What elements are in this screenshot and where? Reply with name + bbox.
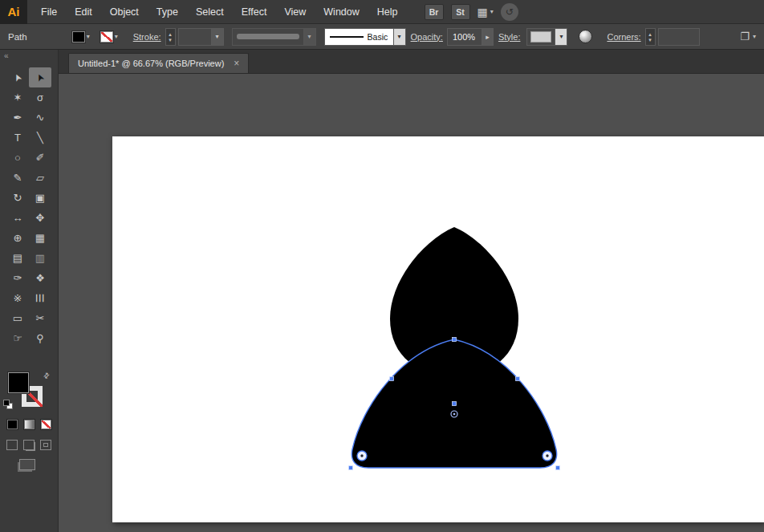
anchor-point[interactable] — [515, 376, 519, 380]
fill-indicator-swatch[interactable] — [8, 372, 29, 393]
color-mode-row — [6, 419, 52, 430]
opacity-label[interactable]: Opacity: — [411, 32, 443, 42]
draw-inside-button[interactable] — [40, 440, 51, 450]
eyedropper-tool[interactable]: ✑ — [6, 268, 29, 288]
menu-window[interactable]: Window — [315, 6, 368, 18]
chevron-down-icon[interactable]: ▾ — [211, 29, 223, 45]
workspace: « ➤➤✶σ✒∿T╲○✐✎▱↻▣↔✥⊕▦▤▥✑❖※☰▭✂☞⚲ ⇄ — [0, 50, 764, 532]
anchor-point[interactable] — [389, 376, 393, 380]
scale-tool[interactable]: ▣ — [29, 188, 51, 208]
pen-tool[interactable]: ✒ — [6, 108, 29, 128]
gradient-button[interactable] — [23, 419, 35, 430]
corners-stepper[interactable]: ▴ ▾ — [645, 28, 656, 46]
app-logo[interactable]: Ai — [0, 0, 27, 24]
chevron-down-icon[interactable]: ▾ — [753, 33, 756, 40]
fill-color-swatch[interactable] — [72, 31, 85, 43]
pencil-tool[interactable]: ✎ — [6, 168, 29, 188]
chevron-down-icon[interactable]: ▾ — [393, 29, 405, 45]
menu-select[interactable]: Select — [187, 6, 233, 18]
spinner-down-icon[interactable]: ▾ — [648, 37, 652, 43]
menu-view[interactable]: View — [275, 6, 315, 18]
symbol-sprayer-tool[interactable]: ※ — [6, 288, 29, 308]
canvas-area[interactable] — [59, 74, 764, 532]
stock-button[interactable]: St — [451, 4, 470, 20]
draw-normal-button[interactable] — [6, 440, 18, 450]
stroke-weight-label[interactable]: Stroke: — [133, 32, 161, 42]
style-label[interactable]: Style: — [498, 32, 521, 42]
recolor-artwork-button[interactable] — [579, 30, 592, 43]
opacity-field[interactable]: 100% — [447, 28, 482, 46]
brush-definition-combo[interactable]: Basic ▾ — [324, 28, 406, 46]
mesh-tool[interactable]: ▤ — [6, 248, 29, 268]
paintbrush-tool[interactable]: ✐ — [29, 148, 51, 168]
spinner-up-icon[interactable]: ▴ — [169, 31, 172, 37]
hand-tool[interactable]: ☞ — [6, 328, 29, 348]
fill-color-control[interactable]: ▾ — [72, 31, 90, 43]
free-transform-tool-icon: ✥ — [36, 212, 45, 224]
stroke-weight-stepper[interactable]: ▴ ▾ — [165, 28, 176, 46]
swap-fill-stroke-icon[interactable]: ⇄ — [42, 371, 51, 380]
color-button[interactable] — [6, 419, 18, 430]
corners-label[interactable]: Corners: — [607, 32, 640, 42]
zoom-tool[interactable]: ⚲ — [29, 328, 51, 348]
screen-mode-button[interactable] — [19, 459, 35, 470]
none-button[interactable] — [40, 419, 52, 430]
magic-wand-tool[interactable]: ✶ — [6, 87, 29, 108]
anchor-point[interactable] — [348, 465, 352, 469]
column-graph-tool[interactable]: ☰ — [29, 288, 51, 308]
menu-help[interactable]: Help — [368, 6, 407, 18]
curvature-tool[interactable]: ∿ — [29, 108, 51, 128]
stroke-color-control[interactable]: ▾ — [100, 31, 118, 43]
width-tool[interactable]: ↔ — [6, 208, 29, 228]
direct-selection-tool[interactable]: ➤ — [29, 67, 51, 87]
corner-radius-widget-dot[interactable] — [546, 454, 548, 457]
type-tool[interactable]: T — [6, 128, 29, 148]
bridge-button[interactable]: Br — [425, 4, 444, 20]
eraser-tool[interactable]: ▱ — [29, 168, 51, 188]
lasso-tool[interactable]: σ — [29, 87, 51, 108]
menu-effect[interactable]: Effect — [233, 6, 276, 18]
menu-type[interactable]: Type — [148, 6, 187, 18]
default-fill-stroke-icon[interactable] — [3, 400, 13, 409]
arrange-documents-button[interactable]: ▦ ▾ — [478, 6, 494, 18]
chevron-down-icon[interactable]: ▾ — [555, 29, 567, 45]
slice-tool[interactable]: ✂ — [29, 308, 51, 328]
touch-workspace-icon[interactable]: ↺ — [501, 3, 518, 21]
rotate-tool[interactable]: ↻ — [6, 188, 29, 208]
menu-object[interactable]: Object — [101, 6, 148, 18]
graphic-style-combo[interactable]: ▾ — [526, 28, 567, 46]
chevron-down-icon[interactable]: ▾ — [87, 33, 90, 40]
perspective-grid-tool[interactable]: ▦ — [29, 228, 51, 248]
anchor-point[interactable] — [452, 401, 456, 405]
gradient-tool[interactable]: ▥ — [29, 248, 51, 268]
tab-close-icon[interactable]: × — [234, 58, 239, 69]
artboard-tool[interactable]: ▭ — [6, 308, 29, 328]
menu-edit[interactable]: Edit — [66, 6, 101, 18]
corner-radius-widget-dot[interactable] — [360, 454, 363, 457]
magic-wand-tool-icon: ✶ — [14, 91, 22, 104]
corners-field[interactable] — [658, 28, 700, 46]
chevron-down-icon[interactable]: ▾ — [115, 33, 118, 40]
stroke-color-swatch[interactable] — [100, 31, 113, 43]
menu-file[interactable]: File — [32, 6, 66, 18]
spinner-down-icon[interactable]: ▾ — [169, 37, 172, 43]
blend-tool[interactable]: ❖ — [29, 268, 51, 288]
draw-behind-button[interactable] — [23, 440, 35, 450]
free-transform-tool[interactable]: ✥ — [29, 208, 51, 228]
opacity-flyout-button[interactable]: ▸ — [482, 28, 494, 46]
center-point-dot[interactable] — [453, 413, 456, 416]
collapse-panel-chevron[interactable]: « — [0, 50, 58, 63]
anchor-point[interactable] — [555, 465, 559, 469]
anchor-point[interactable] — [452, 337, 456, 341]
line-segment-tool[interactable]: ╲ — [29, 128, 51, 148]
document-setup-icon[interactable]: ❐ — [740, 30, 750, 43]
ellipse-tool[interactable]: ○ — [6, 148, 29, 168]
default-fill-mini — [3, 400, 10, 406]
artboard[interactable] — [112, 136, 764, 522]
shape-builder-tool[interactable]: ⊕ — [6, 228, 29, 248]
spinner-up-icon[interactable]: ▴ — [648, 31, 652, 37]
stroke-weight-combo[interactable]: ▾ — [178, 28, 224, 46]
document-tab[interactable]: Untitled-1* @ 66.67% (RGB/Preview) × — [68, 53, 249, 73]
selection-tool[interactable]: ➤ — [6, 67, 29, 87]
column-graph-tool-icon: ☰ — [35, 294, 47, 303]
